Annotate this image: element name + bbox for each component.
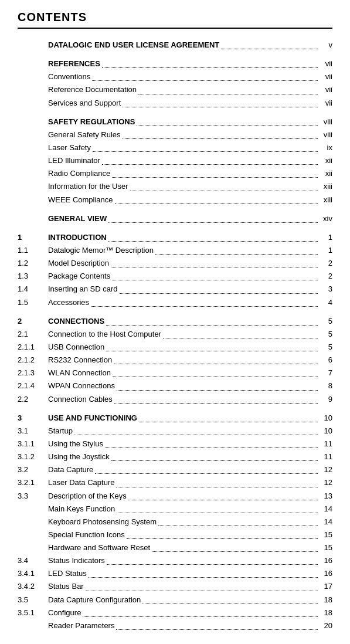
toc-dots: [111, 460, 318, 461]
toc-page: 10: [320, 412, 332, 424]
toc-page: 5: [320, 316, 332, 327]
toc-dots: [142, 604, 318, 604]
toc-entry: REFERENCESvii: [18, 58, 332, 70]
toc-label: Package Contents: [48, 270, 110, 282]
toc-num: 1.2: [18, 257, 48, 269]
toc-dots: [139, 422, 318, 422]
toc-label: General Safety Rules: [48, 129, 121, 141]
toc-dots: [138, 94, 318, 94]
toc-page: 14: [320, 503, 332, 515]
toc-dots: [86, 591, 318, 591]
toc-page: 16: [320, 568, 332, 579]
toc-page: 1: [320, 245, 332, 256]
toc-dots: [108, 222, 318, 223]
toc-page: 12: [320, 464, 332, 476]
toc-num: 2.1.3: [18, 367, 48, 379]
toc-entry: General Safety Rulesviii: [18, 129, 332, 141]
toc-label: Configure: [48, 607, 81, 619]
toc-label: Status Bar: [48, 581, 84, 592]
toc-label: Radio Compliance: [48, 168, 110, 179]
toc-page: xiii: [320, 181, 332, 192]
toc-dots: [92, 80, 318, 81]
toc-label: LED Status: [48, 568, 87, 579]
toc-entry: 3.1.1Using the Stylus11: [18, 438, 332, 450]
toc-num: 2.1.4: [18, 380, 48, 392]
toc-label: Connection Cables: [48, 394, 113, 405]
toc-page: xiv: [320, 213, 332, 225]
toc-label: USB Connection: [48, 341, 104, 353]
toc-entry: 1INTRODUCTION1: [18, 232, 332, 243]
toc-entry: GENERAL VIEWxiv: [18, 213, 332, 225]
toc-entry: 1.2Model Description2: [18, 257, 332, 269]
toc-label: Connection to the Host Computer: [48, 328, 161, 340]
toc-entry: 1.5Accessories4: [18, 297, 332, 309]
toc-dots: [123, 107, 318, 107]
toc-label: LED Illuminator: [48, 155, 100, 167]
toc-entry: 3USE AND FUNCTIONING10: [18, 412, 332, 424]
toc-num: 3.1.1: [18, 438, 48, 450]
toc-page: ix: [320, 142, 332, 154]
toc-page: 3: [320, 283, 332, 295]
toc-num: 3.5: [18, 594, 48, 606]
toc-num: 3.4: [18, 555, 48, 567]
toc-num: 3: [18, 412, 48, 424]
toc-dots: [74, 435, 318, 435]
toc-label: Status Indicators: [48, 555, 105, 567]
toc-entry: Hardware and Software Reset15: [18, 542, 332, 554]
toc-page: xii: [320, 168, 332, 179]
toc-num: 3.3: [18, 490, 48, 502]
toc-entry: 3.5.1Configure18: [18, 607, 332, 619]
toc-page: 5: [320, 328, 332, 340]
toc-dots: [127, 538, 318, 539]
toc-page: 18: [320, 607, 332, 619]
toc-num: 2: [18, 316, 48, 327]
toc-page: 17: [320, 581, 332, 592]
toc-dots: [93, 151, 318, 152]
toc-dots: [114, 364, 318, 364]
toc-label: Main Keys Function: [48, 503, 115, 515]
toc-dots: [102, 67, 318, 68]
toc-dots: [116, 487, 318, 487]
toc-page: vii: [320, 84, 332, 96]
toc-entry: 3.1Startup10: [18, 425, 332, 437]
toc-container: DATALOGIC END USER LICENSE AGREEMENTvREF…: [18, 39, 332, 632]
toc-entry: 3.4.1LED Status16: [18, 568, 332, 579]
toc-label: GENERAL VIEW: [48, 213, 107, 225]
toc-label: Services and Support: [48, 97, 121, 109]
toc-entry: Keyboard Photosensing System14: [18, 516, 332, 528]
toc-entry: 3.2.1Laser Data Capture12: [18, 477, 332, 489]
toc-entry: 3.5Data Capture Configuration18: [18, 594, 332, 606]
toc-label: Model Description: [48, 257, 109, 269]
toc-num: 3.5.1: [18, 607, 48, 619]
toc-label: REFERENCES: [48, 58, 100, 70]
toc-entry: Services and Supportvii: [18, 97, 332, 109]
toc-entry: 2.1.3WLAN Connection7: [18, 367, 332, 379]
toc-dots: [155, 254, 318, 255]
toc-dots: [117, 390, 318, 391]
toc-num: 2.1: [18, 328, 48, 340]
toc-page: vii: [320, 97, 332, 109]
toc-dots: [115, 204, 318, 204]
toc-label: Data Capture: [48, 464, 93, 476]
toc-page: 11: [320, 451, 332, 463]
toc-label: Description of the Keys: [48, 490, 127, 502]
toc-page: 9: [320, 394, 332, 405]
toc-dots: [102, 164, 318, 165]
toc-dots: [120, 293, 318, 294]
toc-num: 3.1.2: [18, 451, 48, 463]
toc-page: 8: [320, 380, 332, 392]
toc-label: CONNECTIONS: [48, 316, 104, 327]
toc-entry: SAFETY REGULATIONSviii: [18, 116, 332, 128]
toc-entry: Laser Safetyix: [18, 142, 332, 154]
toc-page: v: [320, 39, 332, 51]
toc-entry: 2.2Connection Cables9: [18, 394, 332, 405]
toc-page: 15: [320, 529, 332, 541]
toc-entry: 3.4Status Indicators16: [18, 555, 332, 567]
toc-page: 14: [320, 516, 332, 528]
toc-dots: [83, 616, 318, 617]
toc-label: Using the Stylus: [48, 438, 103, 450]
toc-entry: Radio Compliancexii: [18, 168, 332, 179]
toc-dots: [112, 177, 318, 178]
toc-entry: Special Function Icons15: [18, 529, 332, 541]
toc-dots: [107, 564, 318, 565]
